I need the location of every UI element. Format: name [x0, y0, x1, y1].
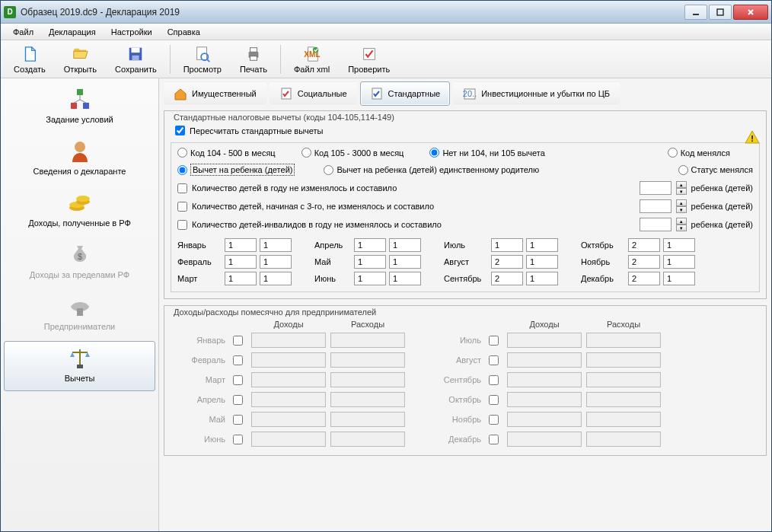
dec-val2[interactable] — [663, 272, 695, 285]
sep-expense[interactable] — [586, 372, 661, 387]
count2-spinner[interactable]: ▲▼ — [676, 199, 687, 213]
dec-income[interactable] — [507, 432, 582, 447]
toolbar-save[interactable]: Сохранить — [107, 42, 165, 77]
oct-income[interactable] — [507, 392, 582, 407]
may-expense[interactable] — [330, 412, 405, 427]
menu-settings[interactable]: Настройки — [105, 26, 158, 38]
dec-val1[interactable] — [628, 272, 660, 285]
may-ie-check[interactable] — [233, 415, 243, 425]
toolbar-open[interactable]: Открыть — [56, 42, 105, 77]
nov-ie-check[interactable] — [489, 415, 499, 425]
apr-income[interactable] — [251, 392, 326, 407]
feb-val1[interactable] — [225, 255, 257, 269]
toolbar-xml[interactable]: XML Файл xml — [286, 42, 338, 77]
recalc-checkbox[interactable] — [175, 126, 185, 135]
apr-val1[interactable] — [354, 238, 386, 252]
count3-checkbox[interactable] — [177, 220, 187, 230]
jul-ie-check[interactable] — [489, 336, 499, 346]
nov-val1[interactable] — [628, 255, 660, 269]
nov-income[interactable] — [507, 412, 582, 427]
sep-val1[interactable] — [491, 272, 523, 285]
menu-declaration[interactable]: Декларация — [43, 26, 102, 38]
subtab-social[interactable]: Социальные — [270, 81, 357, 106]
may-income[interactable] — [251, 412, 326, 427]
mar-val1[interactable] — [225, 272, 257, 285]
subtab-property[interactable]: Имущественный — [164, 81, 266, 106]
jun-income[interactable] — [251, 432, 326, 447]
count2-input[interactable] — [640, 199, 672, 213]
aug-income[interactable] — [507, 352, 582, 368]
aug-expense[interactable] — [586, 352, 661, 368]
sidebar-item-conditions[interactable]: Задание условий — [4, 82, 155, 132]
aug-val1[interactable] — [491, 255, 523, 269]
feb-val2[interactable] — [260, 255, 292, 269]
sidebar-item-income-rf[interactable]: Доходы, полученные в РФ — [4, 186, 155, 236]
nov-expense[interactable] — [586, 412, 661, 427]
count1-checkbox[interactable] — [177, 183, 187, 193]
mar-expense[interactable] — [330, 372, 405, 387]
count3-input[interactable] — [640, 218, 672, 231]
may-val2[interactable] — [389, 255, 421, 269]
count3-spinner[interactable]: ▲▼ — [676, 218, 687, 231]
menu-file[interactable]: Файл — [7, 26, 40, 38]
mar-income[interactable] — [251, 372, 326, 387]
radio-code105[interactable]: Код 105 - 3000 в месяц — [301, 148, 404, 158]
sidebar-item-deductions[interactable]: Вычеты — [4, 341, 155, 391]
menu-help[interactable]: Справка — [161, 26, 206, 38]
toolbar-print[interactable]: Печать — [231, 42, 276, 77]
jan-expense[interactable] — [330, 333, 405, 348]
minimize-button[interactable] — [684, 5, 707, 20]
may-val1[interactable] — [354, 255, 386, 269]
toolbar-check[interactable]: Проверить — [340, 42, 398, 77]
oct-val1[interactable] — [628, 238, 660, 252]
oct-val2[interactable] — [663, 238, 695, 252]
radio-child[interactable]: Вычет на ребенка (детей) — [177, 164, 295, 176]
radio-status-changed[interactable]: Статус менялся — [678, 165, 753, 175]
toolbar-create[interactable]: Создать — [5, 42, 54, 77]
count2-checkbox[interactable] — [177, 202, 187, 212]
radio-child-single[interactable]: Вычет на ребенка (детей) единственному р… — [324, 165, 539, 175]
close-button[interactable] — [733, 5, 768, 20]
feb-income[interactable] — [251, 352, 326, 368]
sep-income[interactable] — [507, 372, 582, 387]
apr-val2[interactable] — [389, 238, 421, 252]
sidebar-item-income-abroad[interactable]: $ Доходы за пределами РФ — [4, 237, 155, 288]
subtab-invest[interactable]: 20.. Инвестиционные и убытки по ЦБ — [453, 81, 620, 106]
aug-val2[interactable] — [526, 255, 558, 269]
jan-val1[interactable] — [225, 238, 257, 252]
jul-income[interactable] — [507, 333, 582, 348]
sidebar-item-entrepreneurs[interactable]: Предприниматели — [4, 289, 155, 339]
dec-ie-check[interactable] — [489, 435, 499, 444]
radio-code-changed[interactable]: Код менялся — [668, 148, 730, 158]
oct-expense[interactable] — [586, 392, 661, 407]
oct-ie-check[interactable] — [489, 395, 499, 405]
toolbar-preview[interactable]: Просмотр — [175, 42, 230, 77]
sep-ie-check[interactable] — [489, 375, 499, 385]
count1-input[interactable] — [640, 181, 672, 195]
jul-expense[interactable] — [586, 333, 661, 348]
mar-ie-check[interactable] — [233, 375, 243, 385]
nov-val2[interactable] — [663, 255, 695, 269]
jun-ie-check[interactable] — [233, 435, 243, 444]
mar-val2[interactable] — [260, 272, 292, 285]
radio-code104[interactable]: Код 104 - 500 в месяц — [177, 148, 276, 158]
jun-val2[interactable] — [389, 272, 421, 285]
jun-val1[interactable] — [354, 272, 386, 285]
jan-ie-check[interactable] — [233, 336, 243, 346]
jul-val2[interactable] — [526, 238, 558, 252]
count1-spinner[interactable]: ▲▼ — [676, 181, 687, 195]
feb-ie-check[interactable] — [233, 355, 243, 365]
jan-val2[interactable] — [260, 238, 292, 252]
aug-ie-check[interactable] — [489, 355, 499, 365]
maximize-button[interactable] — [709, 5, 732, 20]
feb-expense[interactable] — [330, 352, 405, 368]
apr-ie-check[interactable] — [233, 395, 243, 405]
apr-expense[interactable] — [330, 392, 405, 407]
sep-val2[interactable] — [526, 272, 558, 285]
jul-val1[interactable] — [491, 238, 523, 252]
jun-expense[interactable] — [330, 432, 405, 447]
jan-income[interactable] — [251, 333, 326, 348]
sidebar-item-declarant[interactable]: Сведения о декларанте — [4, 134, 155, 184]
radio-none[interactable]: Нет ни 104, ни 105 вычета — [429, 148, 544, 158]
subtab-standard[interactable]: Стандартные — [360, 81, 451, 106]
